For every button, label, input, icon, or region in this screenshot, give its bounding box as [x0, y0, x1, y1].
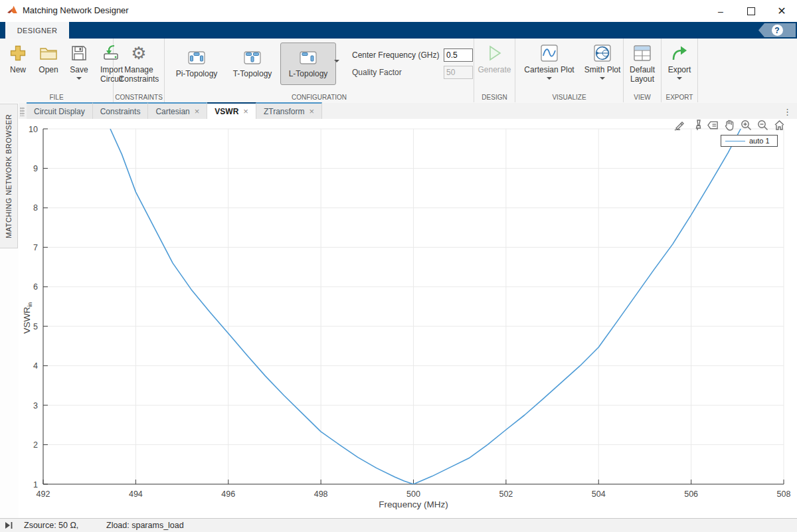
zload-status: Zload: sparams_load [106, 521, 184, 530]
tab-overflow-menu[interactable]: ⋮ [783, 107, 792, 117]
default-layout-button[interactable]: Default Layout [624, 43, 661, 84]
section-design: Generate DESIGN [474, 39, 515, 102]
tab-constraints[interactable]: Constraints [93, 102, 149, 119]
section-label-view: VIEW [624, 94, 661, 101]
zoom-in-icon[interactable] [741, 120, 752, 131]
legend-line-sample [725, 141, 745, 141]
status-bar: Zsource: 50 Ω, Zload: sparams_load [0, 518, 797, 532]
tab-drag-grip[interactable] [20, 107, 25, 116]
new-icon [9, 43, 27, 64]
svg-text:6: 6 [33, 282, 38, 292]
maximize-icon [747, 7, 755, 15]
close-tab-icon[interactable]: × [243, 106, 248, 116]
app-window: Matching Network Designer – ✕ DESIGNER ?… [0, 0, 797, 532]
section-visualize: Cartesian Plot Smith Plot VISUALIZE [515, 39, 624, 102]
section-label-constraints: CONSTRAINTS [114, 94, 164, 101]
gear-icon: ⚙ [131, 44, 146, 62]
svg-text:1: 1 [33, 480, 38, 489]
svg-text:5: 5 [33, 322, 38, 331]
smith-plot-icon [593, 43, 612, 64]
center-frequency-field[interactable] [444, 48, 473, 62]
svg-text:2: 2 [33, 440, 38, 450]
zoom-out-icon[interactable] [757, 120, 768, 131]
svg-text:508: 508 [777, 489, 791, 499]
close-tab-icon[interactable]: × [310, 106, 315, 116]
expand-panel-button[interactable] [4, 521, 13, 531]
pi-topology-button[interactable]: Pi-Topology [169, 43, 224, 85]
help-icon: ? [772, 25, 783, 36]
svg-text:492: 492 [37, 489, 50, 499]
svg-text:506: 506 [684, 489, 698, 499]
svg-text:3: 3 [33, 401, 38, 410]
brush-icon[interactable] [691, 120, 702, 131]
export-icon [670, 43, 689, 64]
svg-text:496: 496 [221, 489, 235, 499]
section-label-file: FILE [0, 94, 113, 101]
maximize-button[interactable] [736, 0, 766, 22]
title-bar: Matching Network Designer – ✕ [0, 0, 797, 22]
close-tab-icon[interactable]: × [195, 106, 200, 116]
tab-vswr[interactable]: VSWR × [207, 102, 256, 120]
help-button[interactable]: ? [758, 23, 796, 37]
section-constraints: ⚙ Manage Constraints CONSTRAINTS [114, 39, 165, 102]
export-button[interactable]: Export [664, 43, 695, 80]
vswr-plot[interactable]: 49249449649850050250450650812345678910 [19, 119, 797, 518]
section-label-configuration: CONFIGURATION [165, 94, 474, 101]
expand-panel-icon [4, 521, 13, 529]
section-label-design: DESIGN [474, 94, 515, 101]
minimize-button[interactable]: – [705, 0, 736, 22]
document-tab-strip: Circuit Display Constraints Cartesian × … [19, 103, 797, 120]
generate-icon [486, 43, 503, 64]
smith-plot-button[interactable]: Smith Plot [579, 43, 626, 80]
t-topology-icon [242, 50, 262, 66]
cartesian-plot-caret[interactable] [547, 77, 552, 80]
export-dropdown-caret[interactable] [677, 77, 682, 80]
axes-toolbar [674, 120, 785, 131]
section-configuration: Pi-Topology T-Topology [165, 39, 474, 102]
svg-text:500: 500 [406, 489, 420, 499]
tab-cartesian[interactable]: Cartesian × [148, 102, 207, 119]
new-button[interactable]: New [3, 43, 33, 74]
l-topology-button[interactable]: L-Topology [280, 43, 336, 85]
window-controls: – ✕ [705, 0, 797, 22]
section-label-visualize: VISUALIZE [515, 94, 623, 101]
svg-text:498: 498 [314, 489, 328, 499]
quality-factor-field [444, 66, 473, 79]
manage-constraints-button[interactable]: ⚙ Manage Constraints [114, 43, 164, 84]
svg-text:504: 504 [592, 489, 606, 499]
t-topology-button[interactable]: T-Topology [224, 43, 280, 85]
left-panel-rail: MATCHING NETWORK BROWSER [0, 103, 19, 518]
l-topology-icon [298, 50, 318, 66]
svg-text:7: 7 [33, 243, 38, 252]
default-layout-icon [633, 43, 652, 64]
pan-icon[interactable] [724, 120, 735, 131]
y-axis-label: VSWRin [21, 288, 34, 348]
svg-text:8: 8 [33, 203, 38, 213]
tab-designer[interactable]: DESIGNER [5, 22, 69, 39]
save-button[interactable]: Save [64, 43, 94, 80]
matching-network-browser-tab[interactable]: MATCHING NETWORK BROWSER [0, 104, 18, 248]
cartesian-plot-icon [540, 43, 559, 64]
export-figure-icon[interactable] [674, 120, 685, 131]
pi-topology-icon [187, 50, 207, 66]
legend-entry: auto 1 [749, 137, 770, 145]
center-frequency-label: Center Frequency (GHz) [352, 50, 444, 60]
cartesian-plot-button[interactable]: Cartesian Plot [519, 43, 579, 80]
matching-network-browser-label: MATCHING NETWORK BROWSER [5, 114, 13, 238]
smith-plot-caret[interactable] [600, 77, 605, 80]
topology-gallery-caret[interactable] [334, 60, 339, 62]
plot-legend[interactable]: auto 1 [721, 135, 778, 147]
open-button[interactable]: Open [33, 43, 64, 74]
ribbon-tab-bar: DESIGNER ? [0, 22, 797, 39]
close-button[interactable]: ✕ [766, 0, 797, 22]
tab-circuit-display[interactable]: Circuit Display [27, 102, 93, 119]
save-dropdown-caret[interactable] [76, 77, 82, 80]
restore-view-icon[interactable] [774, 120, 785, 131]
tab-ztransform[interactable]: ZTransform × [256, 102, 322, 119]
data-tips-icon[interactable] [707, 120, 719, 131]
generate-button[interactable]: Generate [476, 43, 513, 74]
svg-text:4: 4 [33, 361, 38, 371]
section-label-export: EXPORT [662, 94, 697, 101]
svg-text:494: 494 [129, 489, 143, 499]
quality-factor-label: Quality Factor [352, 68, 444, 77]
